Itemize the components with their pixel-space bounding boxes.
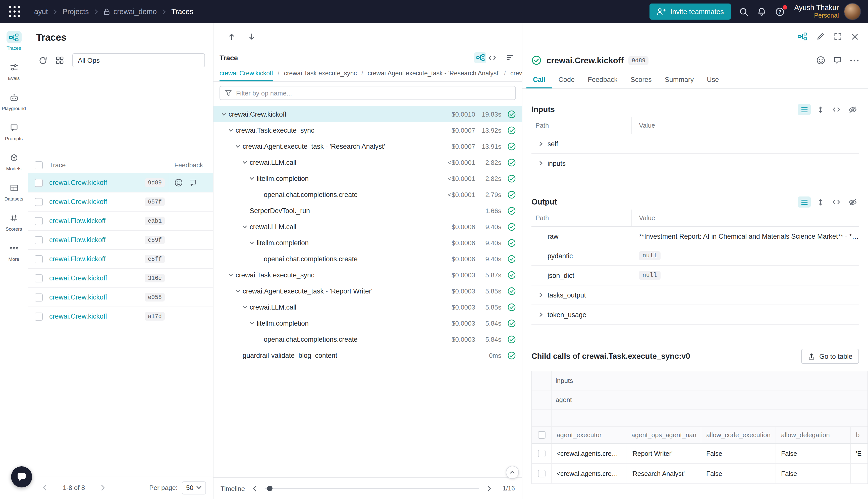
output-row-pydantic[interactable]: pydantic null bbox=[531, 246, 859, 266]
column-header[interactable]: agent_executor bbox=[557, 431, 602, 439]
row-checkbox[interactable] bbox=[35, 274, 43, 282]
row-checkbox[interactable] bbox=[538, 470, 545, 477]
timeline-slider[interactable] bbox=[264, 488, 479, 489]
flamegraph-view-button[interactable] bbox=[504, 52, 516, 63]
feedback-column-header[interactable]: Feedback bbox=[174, 161, 203, 169]
trace-crumb[interactable]: crewai.Crew.kickoff bbox=[220, 65, 273, 82]
trace-name-link[interactable]: crewai.Crew.kickoff bbox=[49, 293, 107, 301]
trace-tree-node[interactable]: guardrail-validate_blog_content 0ms bbox=[213, 347, 522, 363]
trace-list-row[interactable]: crewai.Flow.kickoff c59f bbox=[28, 231, 213, 250]
tab-use[interactable]: Use bbox=[700, 71, 726, 88]
sidebar-item-evals[interactable]: Evals bbox=[0, 58, 28, 88]
trace-tree-node[interactable]: openai.chat.completions.create <$0.0001 … bbox=[213, 186, 522, 203]
columns-icon[interactable] bbox=[53, 54, 66, 67]
breadcrumb-project[interactable]: crewai_demo bbox=[103, 8, 157, 15]
row-checkbox[interactable] bbox=[35, 198, 43, 206]
collapse-chevron-icon[interactable] bbox=[226, 127, 235, 133]
row-checkbox[interactable] bbox=[35, 255, 43, 263]
hide-values-button[interactable] bbox=[846, 104, 859, 115]
trace-name-link[interactable]: crewai.Crew.kickoff bbox=[49, 275, 107, 282]
ops-filter-select[interactable]: All Ops bbox=[72, 53, 205, 67]
previous-page-button[interactable] bbox=[39, 484, 51, 491]
trace-name-link[interactable]: crewai.Flow.kickoff bbox=[49, 255, 106, 263]
previous-trace-button[interactable] bbox=[227, 33, 236, 40]
sidebar-item-datasets[interactable]: Datasets bbox=[0, 179, 28, 209]
output-row-json-dict[interactable]: json_dict null bbox=[531, 266, 859, 285]
trace-tree-node[interactable]: crewai.Crew.kickoff $0.0010 19.83s bbox=[213, 106, 522, 122]
fullscreen-button[interactable] bbox=[834, 33, 842, 40]
json-view-button[interactable] bbox=[830, 196, 843, 208]
trace-list-row[interactable]: crewai.Crew.kickoff 316c bbox=[28, 269, 213, 288]
input-row-self[interactable]: self bbox=[531, 134, 859, 154]
refresh-button[interactable] bbox=[36, 54, 49, 67]
collapse-chevron-icon[interactable] bbox=[240, 304, 249, 310]
overflow-menu-button[interactable] bbox=[850, 59, 859, 62]
trace-name-link[interactable]: crewai.Crew.kickoff bbox=[49, 313, 107, 320]
trace-list-row[interactable]: crewai.Flow.kickoff c5ff bbox=[28, 250, 213, 269]
sidebar-item-models[interactable]: Models bbox=[0, 149, 28, 179]
trace-list-row[interactable]: crewai.Crew.kickoff a17d bbox=[28, 307, 213, 326]
collapse-chevron-icon[interactable] bbox=[234, 144, 241, 149]
output-row-token-usage[interactable]: token_usage bbox=[531, 305, 859, 325]
trace-crumb[interactable]: crewai.LLM.cal bbox=[510, 65, 522, 82]
next-trace-button[interactable] bbox=[248, 33, 256, 40]
sidebar-item-playground[interactable]: Playground bbox=[0, 88, 28, 119]
list-view-button[interactable] bbox=[798, 104, 811, 115]
search-button[interactable] bbox=[735, 3, 752, 20]
breadcrumb-org[interactable]: ayut bbox=[34, 8, 48, 15]
column-header[interactable]: allow_code_execution bbox=[706, 431, 771, 439]
output-row-tasks-output[interactable]: tasks_output bbox=[531, 285, 859, 305]
add-reaction-button[interactable] bbox=[174, 179, 183, 187]
row-checkbox[interactable] bbox=[538, 450, 545, 457]
row-checkbox[interactable] bbox=[35, 293, 43, 301]
call-id-badge[interactable]: 9d89 bbox=[629, 56, 648, 64]
trace-tree-node[interactable]: litellm.completion $0.0006 9.40s bbox=[213, 235, 522, 251]
column-header[interactable]: b bbox=[856, 431, 859, 439]
trace-tree-node[interactable]: SerperDevTool._run 1.66s bbox=[213, 203, 522, 219]
tree-view-button[interactable] bbox=[474, 52, 486, 63]
trace-tree-node[interactable]: litellm.completion <$0.0001 2.82s bbox=[213, 170, 522, 186]
sidebar-item-traces[interactable]: Traces bbox=[0, 28, 28, 58]
trace-list-row[interactable]: crewai.Crew.kickoff e058 bbox=[28, 288, 213, 307]
expand-chevron-icon[interactable] bbox=[536, 312, 546, 318]
sidebar-item-prompts[interactable]: Prompts bbox=[0, 119, 28, 149]
trace-tree-node[interactable]: crewai.Agent.execute_task - 'Research An… bbox=[213, 138, 522, 154]
tab-feedback[interactable]: Feedback bbox=[581, 71, 624, 88]
select-all-checkbox[interactable] bbox=[538, 431, 545, 439]
breadcrumb-projects[interactable]: Projects bbox=[63, 8, 89, 15]
trace-name-link[interactable]: crewai.Crew.kickoff bbox=[49, 179, 107, 186]
trace-name-link[interactable]: crewai.Crew.kickoff bbox=[49, 198, 107, 206]
support-chat-button[interactable] bbox=[11, 466, 32, 487]
code-view-button[interactable] bbox=[486, 52, 498, 63]
collapse-chevron-icon[interactable] bbox=[226, 272, 235, 278]
trace-list-row[interactable]: crewai.Crew.kickoff 657f bbox=[28, 193, 213, 211]
avatar[interactable] bbox=[844, 3, 861, 20]
wandb-logo-icon[interactable] bbox=[8, 5, 21, 18]
breadcrumb-current-page[interactable]: Traces bbox=[171, 8, 194, 15]
row-checkbox[interactable] bbox=[35, 217, 43, 225]
trace-list-row[interactable]: crewai.Crew.kickoff 9d89 bbox=[28, 173, 213, 193]
trace-tree-node[interactable]: openai.chat.completions.create $0.0006 9… bbox=[213, 251, 522, 267]
notifications-button[interactable] bbox=[753, 3, 770, 20]
trace-crumb[interactable]: crewai.Task.execute_sync bbox=[284, 65, 357, 82]
edit-button[interactable] bbox=[816, 32, 825, 41]
collapse-chevron-icon[interactable] bbox=[248, 320, 256, 326]
hide-values-button[interactable] bbox=[846, 196, 859, 208]
tab-scores[interactable]: Scores bbox=[624, 71, 658, 88]
trace-tree-node[interactable]: crewai.Agent.execute_task - 'Report Writ… bbox=[213, 283, 522, 299]
expand-chevron-icon[interactable] bbox=[536, 292, 546, 298]
select-all-checkbox[interactable] bbox=[35, 161, 43, 169]
expand-all-button[interactable] bbox=[814, 196, 827, 208]
add-comment-button[interactable] bbox=[833, 56, 842, 64]
collapse-chevron-icon[interactable] bbox=[248, 175, 256, 181]
close-button[interactable] bbox=[851, 33, 859, 40]
tab-code[interactable]: Code bbox=[552, 71, 581, 88]
column-header[interactable]: allow_delegation bbox=[781, 431, 830, 439]
user-menu[interactable]: Ayush Thakur Personal bbox=[794, 3, 839, 20]
collapse-chevron-icon[interactable] bbox=[240, 160, 249, 165]
trace-name-link[interactable]: crewai.Flow.kickoff bbox=[49, 236, 106, 244]
collapse-chevron-icon[interactable] bbox=[240, 224, 249, 229]
input-row-inputs[interactable]: inputs bbox=[531, 154, 859, 173]
trace-column-header[interactable]: Trace bbox=[49, 161, 66, 169]
list-view-button[interactable] bbox=[798, 196, 811, 208]
